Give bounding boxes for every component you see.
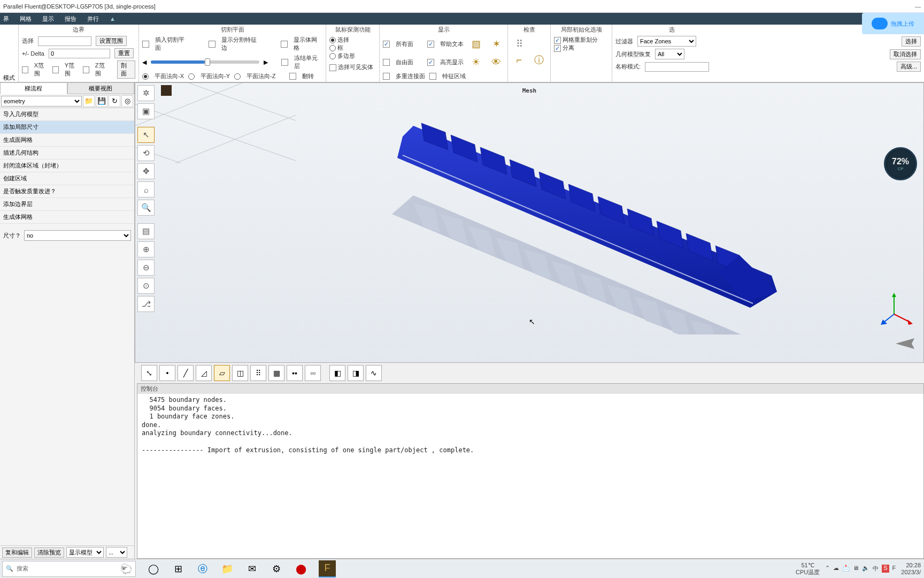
sel-box1-icon[interactable]: ◧ — [329, 365, 345, 381]
display-icon-3[interactable]: ☀ — [468, 54, 484, 70]
console-output[interactable]: 5475 boundary nodes. 9054 boundary faces… — [137, 394, 923, 457]
plane-slider[interactable] — [151, 60, 259, 64]
menu-item[interactable]: 显示 — [42, 15, 54, 23]
separate-check[interactable] — [554, 45, 561, 52]
layers-icon[interactable]: ▤ — [137, 223, 155, 239]
show-split-check[interactable] — [209, 41, 215, 48]
axes-icon[interactable]: ⎇ — [137, 296, 155, 312]
clock[interactable]: 20:28 2023/3/ — [901, 562, 921, 575]
pan-icon[interactable]: ✥ — [137, 163, 155, 179]
show-model-select[interactable]: 显示模型 — [66, 547, 104, 558]
restore-edit-button[interactable]: 复和编辑 — [2, 547, 32, 558]
advanced-button[interactable]: 高级... — [897, 62, 921, 72]
sel-multi-icon[interactable]: ⠿ — [250, 365, 266, 381]
step-item[interactable]: 生成面网格 — [0, 134, 134, 147]
probe-poly-radio[interactable] — [329, 53, 336, 59]
probe-select-radio[interactable] — [329, 37, 336, 43]
tray-up-icon[interactable]: ⌃ — [825, 565, 830, 573]
sel-grid2-icon[interactable]: ▪▪ — [287, 365, 303, 381]
show-body-check[interactable] — [281, 41, 288, 48]
plane-x-radio[interactable] — [142, 73, 149, 80]
info-icon[interactable]: ⓘ — [532, 52, 548, 68]
more-select[interactable]: ... — [106, 547, 127, 558]
tray-cloud-icon[interactable]: ☁ — [833, 565, 839, 573]
freeze-check[interactable] — [281, 59, 288, 66]
all-faces-check[interactable] — [383, 41, 390, 48]
display-icon-4[interactable]: 👁 — [488, 54, 504, 70]
sel-point-icon[interactable]: • — [159, 365, 175, 381]
tray-f-icon[interactable]: F — [892, 565, 896, 573]
viewport[interactable]: Mesh — [135, 82, 924, 363]
step-item[interactable]: 创建区域 — [0, 172, 134, 185]
views-icon[interactable]: ▣ — [137, 103, 155, 119]
clear-preview-button[interactable]: 清除预览 — [34, 547, 64, 558]
flip-check[interactable] — [289, 73, 296, 80]
upload-badge[interactable]: 拖拽上传 — [862, 13, 924, 34]
menu-item[interactable]: 并行 — [87, 15, 99, 23]
reset-button[interactable]: 重置 — [114, 48, 134, 58]
zoom-out-icon[interactable]: ⊖ — [137, 260, 155, 276]
cortana-icon[interactable]: ⊞ — [171, 562, 185, 576]
tab-outline[interactable]: 概要视图 — [67, 82, 135, 94]
sel-cube-icon[interactable]: ◫ — [232, 365, 248, 381]
taskview-icon[interactable]: ◯ — [147, 562, 160, 576]
xrange-check[interactable] — [22, 66, 28, 73]
restore-select[interactable]: All — [655, 49, 684, 59]
menu-item[interactable]: 网格 — [20, 15, 32, 23]
plane-y-radio[interactable] — [188, 73, 195, 80]
check-icon-1[interactable]: ⠿ — [511, 36, 527, 52]
plane-z-radio[interactable] — [234, 73, 241, 80]
slider-right-icon[interactable]: ▶ — [264, 59, 268, 66]
tray-volume-icon[interactable]: 🔈 — [862, 565, 869, 573]
sel-grid1-icon[interactable]: ▦ — [268, 365, 284, 381]
step-item[interactable]: 生成体网格 — [0, 211, 134, 224]
zrange-check[interactable] — [83, 66, 89, 73]
tab-workflow[interactable]: 梯流程 — [0, 82, 67, 94]
step-item[interactable]: 是否触发质量改进？ — [0, 185, 134, 198]
sel-angle-icon[interactable]: ◿ — [196, 365, 212, 381]
refresh-icon[interactable]: ↻ — [109, 95, 120, 107]
mail-icon[interactable]: ✉ — [245, 562, 259, 576]
sel-line-icon[interactable]: ╱ — [178, 365, 194, 381]
yrange-check[interactable] — [52, 66, 59, 73]
step-item[interactable]: 封闭流体区域（封堵） — [0, 159, 134, 172]
edge-icon[interactable]: ⓔ — [196, 562, 210, 576]
name-mode-input[interactable] — [645, 62, 709, 72]
sel-grid3-icon[interactable]: ▫▫ — [305, 365, 321, 381]
help-text-check[interactable] — [427, 41, 434, 48]
multi-conn-check[interactable] — [383, 73, 390, 80]
probe-box-radio[interactable] — [329, 45, 336, 51]
zoom-reset-icon[interactable]: ⊙ — [137, 278, 155, 294]
filter-select[interactable]: Face Zones — [637, 36, 696, 47]
ribbon-expand-icon[interactable]: ▲ — [110, 16, 116, 22]
tray-sogou-icon[interactable]: S — [882, 565, 889, 573]
sel-face-icon[interactable]: ▱ — [214, 365, 230, 381]
visible-only-check[interactable] — [329, 64, 336, 71]
settings-icon[interactable]: ⚙ — [270, 562, 283, 576]
delta-input[interactable] — [49, 49, 110, 58]
feature-area-check[interactable] — [429, 73, 436, 80]
select-icon[interactable]: ↖ — [137, 127, 155, 143]
step-item[interactable]: 描述几何结构 — [0, 147, 134, 159]
fluent-app-icon[interactable]: F — [319, 560, 336, 577]
cancel-select-button[interactable]: 取消选择 — [890, 49, 921, 59]
set-range-button[interactable]: 设置范围 — [96, 36, 127, 46]
explorer-icon[interactable]: 📁 — [220, 562, 234, 576]
zoom-box-icon[interactable]: ⌕ — [137, 181, 155, 197]
menu-item[interactable]: 报告 — [65, 15, 76, 23]
step-item[interactable]: 添加局部尺寸 — [0, 121, 134, 134]
remesh-check[interactable] — [554, 37, 561, 44]
slider-left-icon[interactable]: ◀ — [142, 59, 147, 66]
sel-link-icon[interactable]: ∿ — [366, 365, 382, 381]
geometry-select[interactable]: eometry — [1, 96, 82, 107]
section-button[interactable]: 剖面 — [117, 60, 135, 79]
step-item[interactable]: 导入几何模型 — [0, 108, 134, 121]
highlight-check[interactable] — [427, 59, 434, 66]
select-button[interactable]: 选择 — [902, 36, 921, 47]
record-icon[interactable]: ⬤ — [294, 562, 308, 576]
minimize-icon[interactable]: — — [915, 3, 921, 10]
check-icon-2[interactable]: ⌐ — [511, 52, 527, 68]
fit-icon[interactable]: ✲ — [137, 85, 155, 101]
tray-display-icon[interactable]: 🖥 — [853, 565, 859, 573]
save-icon[interactable]: 💾 — [96, 95, 107, 107]
